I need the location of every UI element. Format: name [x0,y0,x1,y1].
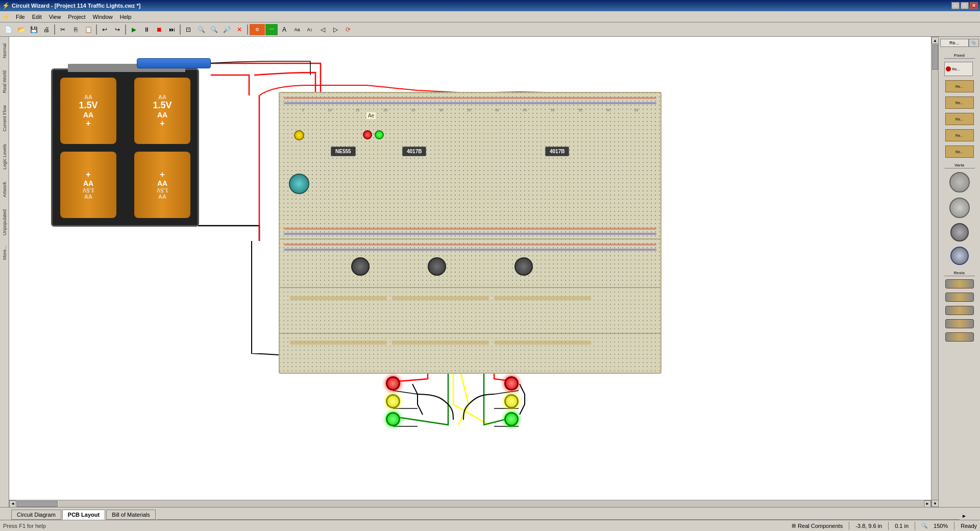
breadboard-wide [279,333,662,374]
breadboard-top: 5101520253035404550556063 [279,92,662,240]
scroll-thumb-v[interactable] [932,44,938,70]
canvas-scrollbar-v[interactable]: ▲ ▼ [931,37,938,507]
rp-component-1[interactable]: Re... [944,62,973,76]
scroll-down-arrow[interactable]: ▼ [932,500,938,507]
rotate-button[interactable]: ⟳ [342,24,354,35]
edit-text-button[interactable]: Aa [291,24,303,35]
scroll-right-arrow[interactable]: ► [924,500,931,508]
tab-bill-of-materials[interactable]: Bill of Materials [106,510,156,520]
scroll-up-arrow[interactable]: ▲ [932,37,938,44]
align-left-button[interactable]: ◁ [316,24,329,35]
battery-4: + AA 1.5V AA [134,152,190,218]
zoom-region-button[interactable]: 🔍 [195,24,207,35]
canvas-scrollbar-h[interactable]: ◄ ► [9,500,931,507]
rp-resistor-4[interactable] [945,319,974,328]
mode-current-flow[interactable]: Current Flow [1,102,9,135]
tab-pcb-layout[interactable]: PCB Layout [62,510,105,520]
rp-ic-component-2[interactable]: Re... [945,96,974,109]
rp-ic-component-1[interactable]: Re... [945,80,974,92]
ic-ne555: NE555 [331,147,356,156]
mode-unpopulated[interactable]: Unpopulated [1,206,9,239]
toolbar-sep-1 [54,25,55,35]
zoom-fit-button[interactable]: ⊡ [182,24,194,35]
paste-button[interactable]: 📋 [82,24,94,35]
rp-resistor-3[interactable] [945,306,974,315]
var-resistor-2 [428,257,446,276]
rp-circular-1[interactable] [949,172,970,192]
rp-circular-3[interactable] [950,223,969,242]
step-button[interactable]: ⏭ [166,24,178,35]
delete-button[interactable]: ✕ [233,24,246,35]
pause-button[interactable]: ⏸ [140,24,153,35]
open-button[interactable]: 📂 [15,24,27,35]
status-coordinates: -3.8, 9.6 in [855,523,882,529]
run-button[interactable]: ▶ [128,24,140,35]
scroll-thumb-h[interactable] [17,501,58,507]
print-button[interactable]: 🖨 [40,24,53,35]
rp-circular-4[interactable] [950,247,969,265]
rp-fixed-label: Fixed [944,53,975,59]
save-button[interactable]: 💾 [28,24,40,35]
text-button[interactable]: A [278,24,290,35]
rp-resistor-2[interactable] [945,293,974,302]
rp-resistor-5[interactable] [945,332,974,342]
rp-ic-component-5[interactable]: Re... [945,146,974,158]
status-help: Press F1 for help [3,523,46,529]
maximize-button[interactable]: □ [961,2,969,9]
rp-tab-re[interactable]: Re... [940,39,969,47]
svg-line-0 [393,391,418,394]
titlebar: ⚡ Circuit Wizard - [Project 114 Traffic … [0,0,980,11]
tab-circuit-diagram[interactable]: Circuit Diagram [11,510,61,520]
battery-3: + AA 1.5V AA [60,152,116,218]
scroll-right-tab[interactable]: ► [960,512,969,520]
rp-resistor-1[interactable] [945,279,974,288]
font-size-button[interactable]: A↕ [304,24,316,35]
rp-ic-component-3[interactable]: Re... [945,113,974,125]
menu-view[interactable]: View [46,13,64,21]
minimize-button[interactable]: ─ [951,2,960,9]
ic-4017b-right: 4017B [545,147,569,156]
zoom-out-button[interactable]: 🔎 [220,24,233,35]
close-button[interactable]: ✕ [970,2,978,9]
ic-4017b-left: 4017B [402,147,426,156]
rp-circular-2[interactable] [949,198,970,218]
cut-button[interactable]: ✂ [57,24,69,35]
rp-tab-assistant[interactable]: 📎 [969,39,979,47]
rp-ic-component-4[interactable]: Re... [945,129,974,141]
statusbar: Press F1 for help ⊞ Real Components -3.8… [0,520,980,531]
svg-line-3 [494,391,519,394]
led-yellow-right [504,394,519,408]
right-panel: Re... 📎 Fixed Re... Re... Re... Re... Re… [938,37,980,507]
redo-button[interactable]: ↪ [111,24,124,35]
toolbar-sep-3 [125,25,126,35]
new-button[interactable]: 📄 [2,24,14,35]
undo-button[interactable]: ↩ [99,24,111,35]
toolbar-sep-4 [180,25,181,35]
component-button[interactable]: ⚙ [250,24,265,35]
led-indicator-red [363,130,372,139]
wire-button[interactable]: 〰 [265,24,278,35]
power-indicator [294,130,304,140]
menu-help[interactable]: Help [117,13,135,21]
mode-normal[interactable]: Normal [1,40,9,62]
menu-window[interactable]: Window [90,13,116,21]
mode-logic-levels[interactable]: Logic Levels [1,140,9,173]
battery-1: AA 1.5V AA + [60,78,116,144]
copy-button[interactable]: ⎘ [69,24,82,35]
menu-edit[interactable]: Edit [29,13,45,21]
menu-project[interactable]: Project [65,13,88,21]
zoom-in-button[interactable]: 🔍 [208,24,220,35]
canvas-area[interactable]: AA 1.5V AA + AA 1.5V AA + + AA 1.5V AA + [9,37,938,507]
rp-resis-label: Resis [944,271,975,276]
breadboard-label: Ae [366,112,376,119]
mode-artwork[interactable]: Artwork [1,178,9,201]
mode-more[interactable]: More... [1,245,8,261]
rp-varia-label: Varia [944,163,975,168]
stop-button[interactable]: ⏹ [153,24,165,35]
status-grid: 0.1 in [895,523,909,529]
menu-file[interactable]: File [13,13,28,21]
mode-real-world[interactable]: Real World [1,67,9,96]
status-zoom: 150% [934,523,948,529]
align-right-button[interactable]: ▷ [329,24,341,35]
scroll-left-arrow[interactable]: ◄ [9,500,16,508]
